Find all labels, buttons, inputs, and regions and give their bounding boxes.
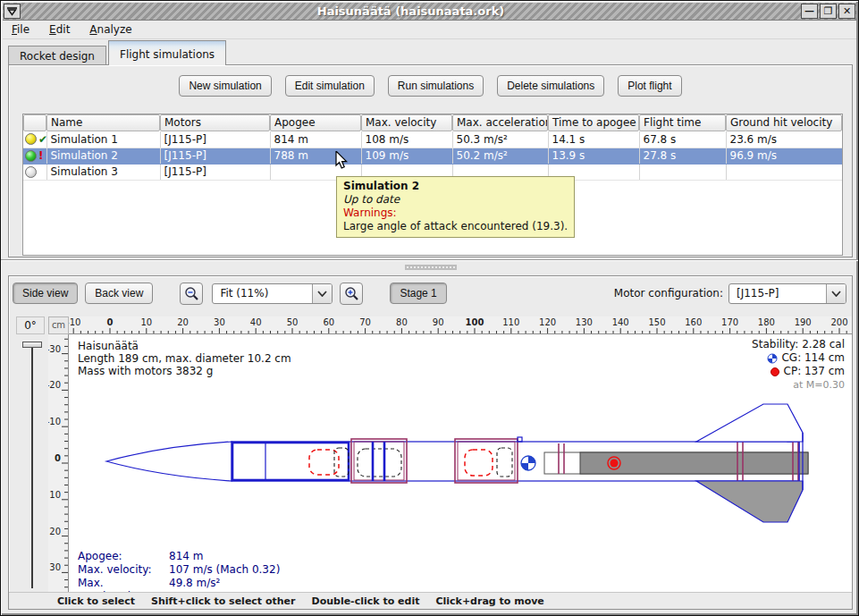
max-acceleration-value: 49.8 m/s² xyxy=(169,577,280,592)
menu-edit[interactable]: Edit xyxy=(49,23,70,36)
window-menu-button[interactable] xyxy=(4,4,21,19)
svg-text:100: 100 xyxy=(466,317,484,327)
new-simulation-button[interactable]: New simulation xyxy=(179,75,271,97)
chevron-down-icon xyxy=(826,284,846,303)
table-body: ✔Simulation 1[J115-P]814 m108 m/s50.3 m/… xyxy=(23,131,842,180)
zoom-in-button[interactable] xyxy=(340,283,363,305)
cell-max-velocity: 108 m/s xyxy=(361,131,452,148)
simulation-table: NameMotorsApogeeMax. velocityMax. accele… xyxy=(23,114,843,181)
stage-1-toggle[interactable]: Stage 1 xyxy=(390,283,446,304)
hint-click-to-select: Click to select xyxy=(57,595,135,607)
status-ball-green-icon xyxy=(25,150,37,162)
back-view-button[interactable]: Back view xyxy=(85,283,153,304)
cell-max-acceleration: 50.3 m/s² xyxy=(452,131,548,148)
rocket-info-text: Haisunäätä Length 189 cm, max. diameter … xyxy=(78,340,291,377)
close-button[interactable]: ✕ xyxy=(838,4,855,19)
edit-simulation-button[interactable]: Edit simulation xyxy=(285,75,375,97)
column-header-motors[interactable]: Motors xyxy=(160,114,270,131)
max-velocity-value: 107 m/s (Mach 0.32) xyxy=(169,563,280,577)
cell-flight-time xyxy=(639,164,726,180)
main-tabs: Rocket designFlight simulations xyxy=(8,40,226,65)
hint-bar: Click to selectShift+click to select oth… xyxy=(9,592,852,609)
column-header-max-acceleration[interactable]: Max. acceleration xyxy=(452,114,548,131)
menu-bar: FileEditAnalyze xyxy=(3,21,856,39)
splitter-grip-icon xyxy=(405,265,457,270)
cp-icon xyxy=(770,367,780,377)
stability-info: Stability: 2.28 cal CG: 114 cm CP: 137 c… xyxy=(752,338,845,392)
rocket-canvas[interactable]: Haisunäätä Length 189 cm, max. diameter … xyxy=(69,334,852,592)
cg-marker xyxy=(521,456,535,470)
window-title: Haisunäätä (haisunaata.ork) xyxy=(21,4,800,18)
plot-flight-button[interactable]: Plot flight xyxy=(618,75,681,97)
svg-text:60: 60 xyxy=(323,317,334,327)
rocket-mass: Mass with motors 3832 g xyxy=(78,365,291,377)
side-view-button[interactable]: Side view xyxy=(13,283,78,304)
column-header-name[interactable]: Name xyxy=(46,114,160,131)
menu-analyze[interactable]: Analyze xyxy=(89,23,131,36)
rocket-name: Haisunäätä xyxy=(78,340,291,352)
maximize-button[interactable]: ❐ xyxy=(820,4,837,19)
svg-text:30: 30 xyxy=(49,562,61,572)
table-row[interactable]: !Simulation 2[J115-P]788 m109 m/s50.2 m/… xyxy=(23,148,842,164)
svg-text:200: 200 xyxy=(830,317,847,327)
ruler-unit-label: cm xyxy=(48,316,69,334)
menu-file[interactable]: File xyxy=(12,23,29,36)
delete-simulations-button[interactable]: Delete simulations xyxy=(497,75,604,97)
svg-text:20: 20 xyxy=(177,317,189,327)
svg-text:120: 120 xyxy=(539,317,556,327)
maximize-icon: ❐ xyxy=(824,6,833,16)
svg-text:150: 150 xyxy=(648,317,665,327)
slider-handle[interactable] xyxy=(22,342,42,348)
slider-track xyxy=(31,342,33,588)
cell-flight-time: 27.8 s xyxy=(639,148,726,164)
status-cell xyxy=(23,164,46,180)
svg-text:10: 10 xyxy=(49,490,61,500)
minimize-button[interactable]: — xyxy=(801,4,818,19)
zoom-level-value: Fit (11%) xyxy=(213,287,312,300)
status-cell: ✔ xyxy=(23,131,46,148)
column-header-flight-time[interactable]: Flight time xyxy=(639,114,726,131)
svg-text:170: 170 xyxy=(721,317,738,327)
zoom-out-button[interactable] xyxy=(180,283,203,305)
column-header-ground-hit-velocity[interactable]: Ground hit velocity xyxy=(726,114,842,131)
column-header-max-velocity[interactable]: Max. velocity xyxy=(361,114,452,131)
cg-value: CG: 114 cm xyxy=(781,351,845,365)
cell-name: Simulation 1 xyxy=(46,131,160,148)
svg-text:140: 140 xyxy=(612,317,629,327)
svg-text:180: 180 xyxy=(758,317,775,327)
tab-rocket-design[interactable]: Rocket design xyxy=(8,46,106,65)
svg-text:0: 0 xyxy=(107,317,114,327)
svg-text:50: 50 xyxy=(287,317,299,327)
tooltip-warnings-label: Warnings: xyxy=(343,207,568,220)
run-simulations-button[interactable]: Run simulations xyxy=(388,75,484,97)
column-header-apogee[interactable]: Apogee xyxy=(270,114,361,131)
apogee-label: Apogee: xyxy=(78,550,167,563)
simulation-buttons: New simulationEdit simulationRun simulat… xyxy=(9,75,852,97)
svg-text:160: 160 xyxy=(685,317,702,327)
status-ball-yellow-icon xyxy=(25,133,37,145)
svg-text:70: 70 xyxy=(359,317,371,327)
max-acceleration-label: Max. acceleration: xyxy=(78,577,167,592)
column-header-time-to-apogee[interactable]: Time to apogee xyxy=(548,114,639,131)
warning-icon: ! xyxy=(38,149,43,162)
fin-top xyxy=(696,404,803,442)
window-menu-icon xyxy=(6,6,18,17)
cell-time-to-apogee: 14.1 s xyxy=(548,131,639,148)
tab-flight-simulations[interactable]: Flight simulations xyxy=(108,40,226,65)
table-row[interactable]: ✔Simulation 1[J115-P]814 m108 m/s50.3 m/… xyxy=(23,131,842,148)
rocket-view-panel: Side view Back view Fit (11%) xyxy=(8,275,853,610)
tooltip-status: Up to date xyxy=(343,193,568,207)
svg-text:-10: -10 xyxy=(69,317,80,327)
cell-motors: [J115-P] xyxy=(160,148,270,164)
horizontal-splitter[interactable] xyxy=(1,259,859,274)
table-header-row: NameMotorsApogeeMax. velocityMax. accele… xyxy=(23,114,842,131)
flight-data-summary: Apogee: 814 m Max. velocity: 107 m/s (Ma… xyxy=(78,550,280,592)
rotation-slider[interactable] xyxy=(21,340,43,592)
zoom-level-select[interactable]: Fit (11%) xyxy=(212,283,333,304)
svg-text:20: 20 xyxy=(49,527,61,536)
cell-max-velocity: 109 m/s xyxy=(361,148,452,164)
motor-configuration-select[interactable]: [J115-P] xyxy=(728,283,846,304)
rotation-angle-value: 0° xyxy=(16,316,45,334)
status-cell: ! xyxy=(23,148,46,164)
column-header-status[interactable] xyxy=(23,114,46,131)
